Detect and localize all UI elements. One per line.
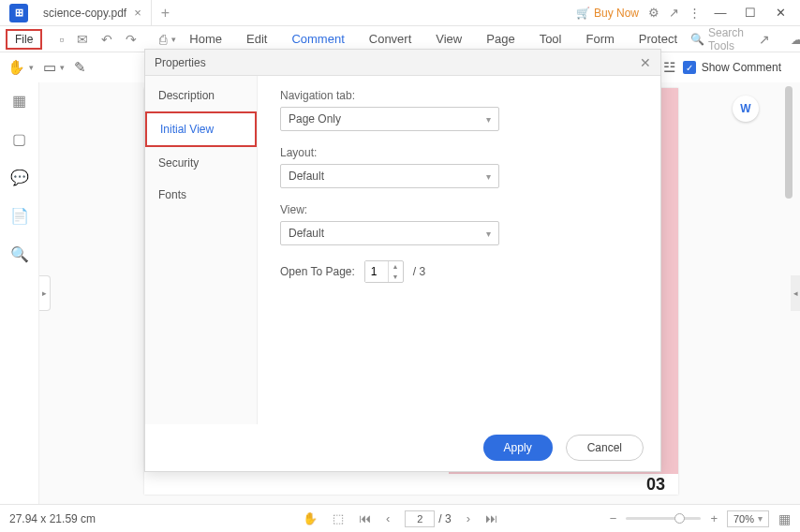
status-bar: 27.94 x 21.59 cm ✋ ⬚ ⏮ ‹ 2 / 3 › ⏭ − + 7…: [0, 504, 800, 532]
scroll-thumb[interactable]: [785, 86, 793, 199]
page-number-input[interactable]: 2: [405, 510, 435, 527]
comments-icon[interactable]: 💬: [10, 169, 29, 186]
thumbnails-icon[interactable]: ▦: [12, 92, 26, 110]
menu-comment[interactable]: Comment: [280, 32, 355, 46]
select-mode-icon[interactable]: ⬚: [333, 511, 344, 525]
note-tool-icon[interactable]: ☳: [663, 59, 675, 76]
menu-home[interactable]: Home: [178, 32, 233, 46]
dialog-footer: Apply Cancel: [145, 424, 660, 471]
dialog-sidebar: Description Initial View Security Fonts: [145, 76, 258, 424]
apply-button[interactable]: Apply: [483, 435, 553, 461]
search-panel-icon[interactable]: 🔍: [10, 245, 29, 263]
navigation-select[interactable]: Page Only ▾: [280, 107, 499, 131]
gift-icon[interactable]: ⚙: [648, 6, 659, 20]
menu-page[interactable]: Page: [475, 32, 526, 46]
spin-up-icon[interactable]: ▲: [389, 261, 402, 272]
open-external-icon[interactable]: ↗: [753, 32, 776, 47]
page-dimensions: 27.94 x 21.59 cm: [9, 512, 96, 525]
buy-now-link[interactable]: 🛒 Buy Now: [576, 7, 639, 20]
redo-icon[interactable]: ↷: [120, 32, 142, 47]
page-total-label: / 3: [413, 265, 425, 278]
mail-icon[interactable]: ✉: [71, 32, 94, 47]
minimize-button[interactable]: —: [710, 6, 731, 20]
menu-form[interactable]: Form: [574, 32, 625, 46]
close-tab-icon[interactable]: ×: [134, 6, 141, 20]
layout-select[interactable]: Default ▾: [280, 164, 499, 188]
attachments-icon[interactable]: 📄: [10, 207, 29, 225]
layout-label: Layout:: [280, 146, 638, 159]
add-tab-button[interactable]: +: [152, 6, 179, 21]
file-menu[interactable]: File: [6, 29, 42, 50]
bookmarks-icon[interactable]: ▢: [12, 130, 26, 148]
chevron-down-icon: ▾: [758, 513, 763, 524]
dialog-title: Properties: [155, 56, 206, 69]
close-dialog-icon[interactable]: ✕: [640, 55, 651, 70]
maximize-button[interactable]: ☐: [740, 6, 761, 20]
tab-security[interactable]: Security: [145, 147, 257, 179]
first-page-icon[interactable]: ⏮: [359, 511, 371, 525]
next-page-icon[interactable]: ›: [467, 511, 470, 525]
document-tab[interactable]: science-copy.pdf ×: [34, 0, 152, 26]
cloud-icon[interactable]: ☁: [785, 32, 800, 47]
zoom-in-icon[interactable]: +: [710, 511, 718, 525]
more-icon[interactable]: ⋮: [689, 6, 701, 20]
close-window-button[interactable]: ✕: [770, 6, 791, 20]
open-to-page-label: Open To Page:: [280, 265, 355, 278]
zoom-out-icon[interactable]: −: [610, 511, 617, 525]
menu-convert[interactable]: Convert: [358, 32, 423, 46]
menu-tool[interactable]: Tool: [528, 32, 573, 46]
cancel-button[interactable]: Cancel: [566, 435, 644, 461]
open-to-page-input[interactable]: [365, 261, 388, 282]
scrollbar[interactable]: [785, 86, 793, 498]
save-icon[interactable]: ▫: [53, 32, 69, 47]
dialog-header: Properties ✕: [145, 50, 660, 76]
print-icon[interactable]: ⎙: [154, 32, 172, 47]
tab-description[interactable]: Description: [145, 80, 257, 111]
spin-down-icon[interactable]: ▼: [389, 272, 402, 282]
menu-protect[interactable]: Protect: [628, 32, 689, 46]
fit-page-icon[interactable]: ▦: [778, 511, 791, 526]
page-total: / 3: [438, 512, 451, 525]
left-sidebar: ▦ ▢ 💬 📄 🔍: [0, 82, 39, 504]
zoom-thumb[interactable]: [674, 513, 685, 524]
export-word-badge[interactable]: W: [733, 96, 759, 122]
last-page-icon[interactable]: ⏭: [485, 511, 497, 525]
share-icon[interactable]: ↗: [669, 6, 679, 20]
chevron-down-icon: ▾: [486, 171, 491, 182]
chevron-down-icon: ▾: [486, 229, 491, 239]
checkbox-icon: ✓: [683, 61, 696, 74]
view-label: View:: [280, 203, 638, 216]
prev-page-icon[interactable]: ‹: [386, 511, 390, 525]
expand-left-handle[interactable]: ▸: [39, 275, 51, 311]
zoom-slider[interactable]: [626, 517, 701, 520]
cart-icon: 🛒: [576, 7, 590, 20]
search-tools[interactable]: 🔍 Search Tools: [690, 26, 744, 52]
app-icon: ⊞: [9, 4, 28, 22]
page-corner-number: 03: [646, 475, 665, 495]
menu-view[interactable]: View: [424, 32, 473, 46]
tab-title: science-copy.pdf: [43, 7, 126, 20]
dialog-content: Navigation tab: Page Only ▾ Layout: Defa…: [258, 76, 660, 424]
chevron-down-icon: ▾: [486, 114, 491, 125]
show-comment-toggle[interactable]: ✓ Show Comment: [683, 61, 781, 74]
select-tool-icon[interactable]: ▭: [43, 59, 56, 76]
navigation-label: Navigation tab:: [280, 89, 638, 102]
title-bar: ⊞ science-copy.pdf × + 🛒 Buy Now ⚙ ↗ ⋮ —…: [0, 0, 800, 26]
zoom-percent-select[interactable]: 70% ▾: [727, 510, 769, 527]
tab-fonts[interactable]: Fonts: [145, 179, 257, 211]
tab-initial-view[interactable]: Initial View: [145, 111, 257, 147]
menu-edit[interactable]: Edit: [235, 32, 278, 46]
open-to-page-spinner[interactable]: ▲ ▼: [364, 260, 404, 283]
hand-tool-icon[interactable]: ✋: [7, 59, 25, 76]
properties-dialog: Properties ✕ Description Initial View Se…: [144, 49, 661, 472]
view-select[interactable]: Default ▾: [280, 221, 499, 245]
hand-mode-icon[interactable]: ✋: [303, 511, 318, 525]
pencil-tool-icon[interactable]: ✎: [74, 59, 86, 76]
search-icon: 🔍: [690, 33, 704, 46]
undo-icon[interactable]: ↶: [96, 32, 118, 47]
